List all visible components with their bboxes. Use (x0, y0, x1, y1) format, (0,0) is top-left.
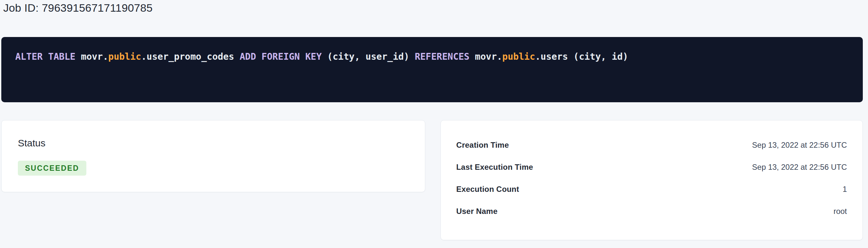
sql-token-identifier: movr. (81, 51, 108, 62)
detail-row-creation-time: Creation Time Sep 13, 2022 at 22:56 UTC (456, 134, 847, 156)
sql-token-keyword: ADD FOREIGN KEY (240, 51, 327, 62)
detail-row-last-execution-time: Last Execution Time Sep 13, 2022 at 22:5… (456, 156, 847, 178)
detail-label: Last Execution Time (456, 163, 533, 172)
job-details-card: Creation Time Sep 13, 2022 at 22:56 UTC … (440, 120, 863, 240)
detail-value: Sep 13, 2022 at 22:56 UTC (752, 163, 847, 172)
sql-statement-box: ALTER TABLE movr.public.user_promo_codes… (1, 37, 863, 102)
status-card: Status SUCCEEDED (1, 120, 425, 192)
status-card-title: Status (18, 137, 409, 150)
detail-value: root (834, 207, 847, 216)
detail-row-execution-count: Execution Count 1 (456, 178, 847, 200)
detail-value: Sep 13, 2022 at 22:56 UTC (752, 141, 847, 150)
detail-row-user-name: User Name root (456, 200, 847, 222)
sql-token-identifier: .user_promo_codes (141, 51, 240, 62)
sql-token-keyword: REFERENCES (415, 51, 475, 62)
sql-token-identifier: (city, user_id) (327, 51, 415, 62)
detail-label: Creation Time (456, 141, 509, 150)
status-badge: SUCCEEDED (18, 161, 86, 176)
page-title: Job ID: 796391567171190785 (3, 1, 863, 14)
sql-token-schema: public (108, 51, 141, 62)
sql-token-schema: public (502, 51, 535, 62)
summary-cards-row: Status SUCCEEDED Creation Time Sep 13, 2… (1, 120, 863, 240)
detail-label: Execution Count (456, 185, 519, 194)
detail-label: User Name (456, 207, 498, 216)
sql-token-identifier: .users (city, id) (535, 51, 628, 62)
sql-statement: ALTER TABLE movr.public.user_promo_codes… (15, 51, 849, 63)
sql-token-identifier: movr. (475, 51, 502, 62)
detail-value: 1 (843, 185, 847, 194)
job-details-page: Job ID: 796391567171190785 ALTER TABLE m… (0, 0, 868, 248)
sql-token-keyword: ALTER TABLE (15, 51, 81, 62)
